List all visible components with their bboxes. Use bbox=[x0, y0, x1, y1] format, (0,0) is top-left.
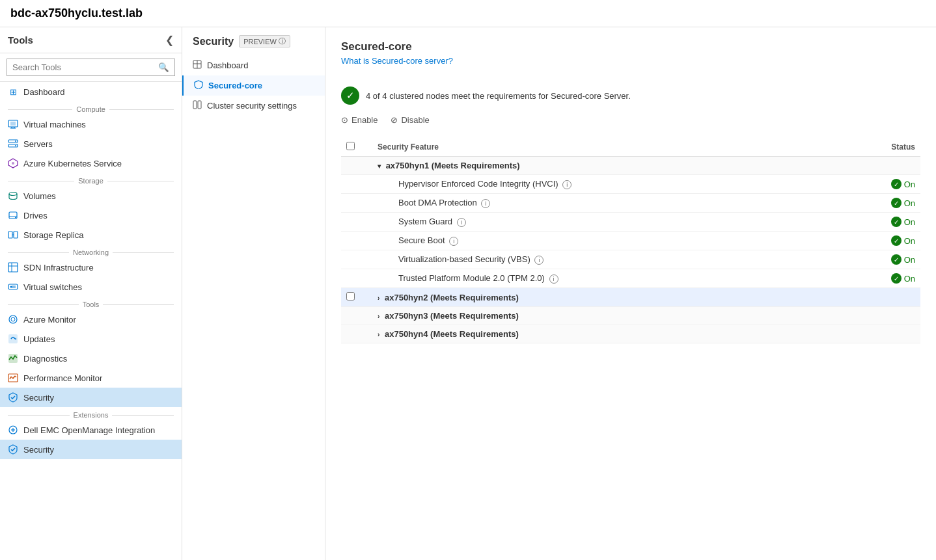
security-icon bbox=[8, 392, 18, 403]
feature-checkbox-cell bbox=[341, 213, 372, 232]
svg-rect-18 bbox=[8, 263, 18, 272]
main-content: Secured-core What is Secured-core server… bbox=[325, 27, 936, 560]
sidebar-item-label: Virtual switches bbox=[23, 282, 82, 292]
secured-core-nav-label: Secured-core bbox=[208, 81, 262, 90]
feature-status-cell: ✓ On bbox=[865, 250, 920, 269]
feature-name-cell: System Guard i bbox=[372, 213, 865, 232]
svg-point-26 bbox=[9, 315, 17, 323]
sidebar-item-dell-emc[interactable]: Dell EMC OpenManage Integration bbox=[0, 420, 182, 440]
sidebar-item-label: Security bbox=[23, 445, 54, 455]
servers-icon bbox=[8, 139, 18, 149]
sidebar-item-volumes[interactable]: Volumes bbox=[0, 186, 182, 206]
svg-rect-16 bbox=[14, 232, 18, 238]
secured-core-link[interactable]: What is Secured-core server? bbox=[341, 56, 453, 66]
dell-emc-icon bbox=[8, 425, 18, 435]
secondary-nav-item-cluster-security[interactable]: Cluster security settings bbox=[182, 96, 325, 116]
enable-icon: ⊙ bbox=[341, 115, 348, 125]
feature-checkbox-cell bbox=[341, 194, 372, 213]
svg-point-10 bbox=[12, 162, 14, 165]
info-icon: i bbox=[549, 274, 558, 284]
sidebar-item-label: Servers bbox=[23, 139, 53, 149]
node-status-cell bbox=[865, 307, 920, 325]
sidebar-item-servers[interactable]: Servers bbox=[0, 134, 182, 153]
secondary-nav-header: Security PREVIEW ⓘ bbox=[182, 35, 325, 55]
sidebar-item-performance-monitor[interactable]: Performance Monitor bbox=[0, 368, 182, 388]
secured-core-nav-icon bbox=[194, 80, 203, 91]
feature-name-cell: Virtualization-based Security (VBS) i bbox=[372, 250, 865, 269]
sidebar-item-sdn[interactable]: SDN Infrastructure bbox=[0, 258, 182, 277]
node-row-hyn2[interactable]: › ax750hyn2 (Meets Requirements) bbox=[341, 288, 920, 307]
action-bar: ⊙ Enable ⊘ Disable bbox=[341, 115, 920, 130]
sidebar-item-security2[interactable]: Security bbox=[0, 440, 182, 459]
cluster-security-nav-icon bbox=[193, 100, 202, 111]
volumes-icon bbox=[8, 191, 18, 201]
feature-row-boot-dma: Boot DMA Protection i ✓ On bbox=[341, 194, 920, 213]
sidebar-item-updates[interactable]: Updates bbox=[0, 329, 182, 349]
search-input[interactable] bbox=[7, 59, 153, 75]
vm-icon bbox=[8, 119, 18, 129]
node2-checkbox[interactable] bbox=[346, 292, 355, 300]
sidebar-item-label: Storage Replica bbox=[23, 230, 84, 240]
sidebar-item-label: Dell EMC OpenManage Integration bbox=[23, 425, 155, 435]
node-status-cell bbox=[865, 325, 920, 343]
feature-row-secure-boot: Secure Boot i ✓ On bbox=[341, 232, 920, 250]
preview-label: PREVIEW bbox=[243, 38, 277, 46]
sidebar-item-label: Azure Kubernetes Service bbox=[23, 159, 122, 168]
sidebar-item-dashboard[interactable]: ⊞ Dashboard bbox=[0, 82, 182, 101]
node-row-hyn1[interactable]: ▾ ax750hyn1 (Meets Requirements) bbox=[341, 157, 920, 175]
sidebar-item-drives[interactable]: Drives bbox=[0, 206, 182, 225]
node-checkbox-cell bbox=[341, 288, 372, 307]
sidebar-item-azure-kubernetes[interactable]: Azure Kubernetes Service bbox=[0, 153, 182, 173]
sidebar-item-label: Security bbox=[23, 393, 54, 403]
feature-checkbox-cell bbox=[341, 269, 372, 288]
secondary-nav-item-secured-core[interactable]: Secured-core bbox=[182, 75, 325, 96]
node-label-cell: › ax750hyn4 (Meets Requirements) bbox=[372, 325, 865, 343]
status-banner: ✓ 4 of 4 clustered nodes meet the requir… bbox=[341, 87, 920, 105]
svg-point-8 bbox=[15, 145, 16, 146]
sidebar-item-virtual-switches[interactable]: Virtual switches bbox=[0, 277, 182, 297]
select-all-checkbox[interactable] bbox=[346, 142, 355, 150]
col-feature: Security Feature bbox=[372, 138, 865, 157]
azure-monitor-icon bbox=[8, 314, 18, 325]
sidebar-item-azure-monitor[interactable]: Azure Monitor bbox=[0, 310, 182, 329]
sidebar-item-label: Diagnostics bbox=[23, 354, 67, 364]
node-status-cell bbox=[865, 288, 920, 307]
status-check-icon: ✓ bbox=[341, 87, 359, 105]
content-area: Security PREVIEW ⓘ Dashboard Secured-cor… bbox=[182, 27, 936, 560]
disable-button[interactable]: ⊘ Disable bbox=[391, 115, 429, 125]
info-icon: i bbox=[481, 199, 490, 208]
sidebar-header: Tools ❮ bbox=[0, 27, 182, 53]
svg-point-27 bbox=[11, 317, 15, 321]
feature-status-cell: ✓ On bbox=[865, 175, 920, 194]
enable-button[interactable]: ⊙ Enable bbox=[341, 115, 378, 125]
sidebar-item-diagnostics[interactable]: Diagnostics bbox=[0, 349, 182, 368]
sidebar-collapse-button[interactable]: ❮ bbox=[165, 34, 174, 46]
status-on-icon: ✓ bbox=[891, 235, 902, 246]
virtual-switches-icon bbox=[8, 282, 18, 292]
col-checkbox bbox=[341, 138, 372, 157]
col-status: Status bbox=[865, 138, 920, 157]
sidebar-item-storage-replica[interactable]: Storage Replica bbox=[0, 225, 182, 245]
sidebar-item-security[interactable]: Security bbox=[0, 388, 182, 407]
sidebar-group-storage: Storage bbox=[0, 173, 182, 186]
feature-name-cell: Boot DMA Protection i bbox=[372, 194, 865, 213]
feature-row-vbs: Virtualization-based Security (VBS) i ✓ … bbox=[341, 250, 920, 269]
sidebar-item-label: Drives bbox=[23, 211, 48, 220]
info-icon: i bbox=[449, 237, 458, 246]
feature-row-tpm: Trusted Platform Module 2.0 (TPM 2.0) i … bbox=[341, 269, 920, 288]
info-icon: i bbox=[457, 218, 466, 227]
node-row-hyn3[interactable]: › ax750hyn3 (Meets Requirements) bbox=[341, 307, 920, 325]
sidebar: Tools ❮ 🔍 ⊞ Dashboard Compute Virtual ma… bbox=[0, 27, 182, 560]
node-row-hyn4[interactable]: › ax750hyn4 (Meets Requirements) bbox=[341, 325, 920, 343]
drives-icon bbox=[8, 210, 18, 220]
sidebar-item-virtual-machines[interactable]: Virtual machines bbox=[0, 114, 182, 134]
app-header: bdc-ax750hyclu.test.lab bbox=[0, 0, 936, 27]
svg-rect-1 bbox=[10, 122, 16, 126]
sidebar-group-tools: Tools bbox=[0, 297, 182, 310]
feature-row-hvci: Hypervisor Enforced Code Integrity (HVCI… bbox=[341, 175, 920, 194]
node-status-cell bbox=[865, 157, 920, 175]
secondary-nav-item-dashboard[interactable]: Dashboard bbox=[182, 55, 325, 75]
sidebar-item-label: Updates bbox=[23, 334, 55, 344]
search-container: 🔍 bbox=[0, 53, 182, 82]
search-button[interactable]: 🔍 bbox=[153, 59, 174, 75]
